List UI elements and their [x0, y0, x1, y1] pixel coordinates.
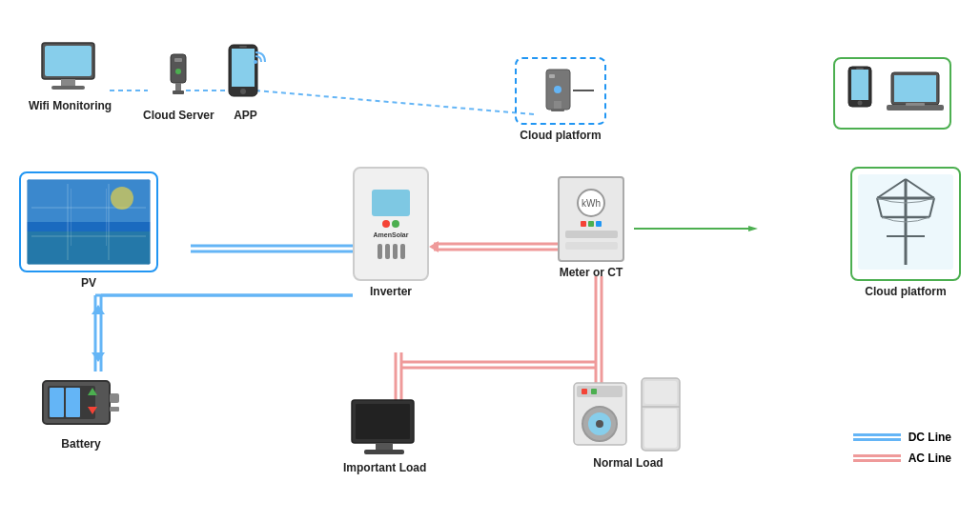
cloud-platform-top-box — [515, 57, 606, 125]
inverter-node: AmenSolar Inverter — [353, 167, 429, 298]
normal-load-label: Normal Load — [593, 456, 663, 470]
devices-top-right-box — [833, 57, 951, 130]
ac-line-legend: AC Line — [853, 452, 951, 465]
svg-rect-43 — [554, 101, 561, 109]
svg-rect-71 — [858, 174, 953, 270]
app-icon — [219, 43, 272, 105]
cloud-platform-right-box — [850, 167, 961, 281]
svg-rect-89 — [582, 389, 587, 394]
svg-rect-77 — [66, 388, 80, 417]
wifi-monitoring-icon — [37, 38, 104, 95]
normal-load-node: Normal Load — [572, 376, 684, 470]
inverter-icon: AmenSolar — [353, 167, 429, 281]
devices-top-right-node — [833, 57, 951, 130]
cloud-server-icon — [159, 52, 197, 105]
svg-rect-33 — [175, 83, 181, 90]
legend: DC Line AC Line — [853, 431, 951, 465]
svg-rect-95 — [644, 381, 677, 404]
svg-rect-34 — [173, 90, 184, 94]
svg-rect-96 — [644, 409, 677, 448]
svg-marker-8 — [92, 352, 105, 362]
diagram: Wifi Monitoring Cloud Server — [0, 0, 980, 522]
normal-load-icon — [572, 376, 684, 452]
battery-node: Battery — [38, 367, 124, 451]
dc-line-legend: DC Line — [853, 431, 951, 444]
pv-node: PV — [19, 171, 158, 290]
svg-rect-47 — [851, 70, 868, 100]
svg-line-11 — [255, 90, 534, 114]
meter-icon: kWh — [558, 176, 624, 262]
svg-marker-7 — [92, 305, 105, 314]
app-node: APP — [219, 43, 272, 122]
svg-rect-74 — [110, 407, 119, 412]
svg-point-37 — [240, 89, 246, 94]
svg-rect-51 — [894, 75, 936, 102]
cloud-platform-right-node: Cloud platform — [850, 167, 961, 298]
battery-label: Battery — [61, 437, 100, 451]
meter-label: Meter or CT — [560, 266, 623, 279]
svg-marker-14 — [429, 241, 439, 252]
cloud-server-node: Cloud Server — [143, 52, 214, 122]
meter-node: kWh Meter or CT — [558, 176, 624, 279]
app-label: APP — [234, 109, 257, 122]
svg-rect-38 — [239, 46, 247, 48]
svg-point-88 — [596, 420, 603, 428]
svg-rect-90 — [591, 389, 597, 394]
inverter-label: Inverter — [370, 285, 412, 298]
svg-rect-41 — [549, 74, 555, 78]
svg-point-39 — [254, 60, 257, 64]
svg-rect-44 — [551, 109, 564, 111]
svg-rect-60 — [27, 231, 151, 265]
svg-marker-17 — [748, 226, 758, 231]
pv-box — [19, 171, 158, 272]
svg-rect-83 — [364, 450, 404, 454]
svg-rect-73 — [110, 393, 119, 403]
svg-point-48 — [858, 101, 863, 106]
battery-icon — [38, 367, 124, 433]
wifi-monitoring-node: Wifi Monitoring — [29, 38, 112, 112]
dc-line-label: DC Line — [909, 431, 951, 444]
svg-rect-31 — [174, 58, 182, 62]
svg-point-42 — [554, 86, 561, 93]
wifi-monitoring-label: Wifi Monitoring — [29, 99, 112, 112]
svg-point-61 — [111, 187, 133, 210]
important-load-icon — [347, 395, 423, 457]
important-load-label: Important Load — [343, 461, 426, 474]
svg-rect-49 — [856, 68, 864, 70]
cloud-server-label: Cloud Server — [143, 109, 214, 122]
ac-line-label: AC Line — [909, 452, 951, 465]
svg-rect-53 — [906, 103, 925, 106]
svg-rect-36 — [232, 49, 255, 87]
cloud-platform-right-label: Cloud platform — [865, 285, 946, 298]
pv-label: PV — [81, 276, 96, 290]
svg-rect-82 — [376, 443, 393, 451]
cloud-platform-top-node: Cloud platform — [515, 57, 606, 142]
svg-rect-76 — [50, 388, 64, 417]
important-load-node: Important Load — [343, 395, 426, 474]
svg-rect-59 — [27, 179, 151, 222]
svg-point-32 — [175, 69, 181, 74]
svg-rect-81 — [356, 404, 410, 439]
inverter-brand-label: AmenSolar — [374, 231, 409, 238]
pv-icon — [27, 179, 151, 265]
svg-rect-29 — [51, 86, 85, 90]
svg-rect-28 — [61, 79, 75, 87]
svg-rect-27 — [45, 46, 92, 76]
cloud-platform-top-label: Cloud platform — [520, 129, 601, 142]
